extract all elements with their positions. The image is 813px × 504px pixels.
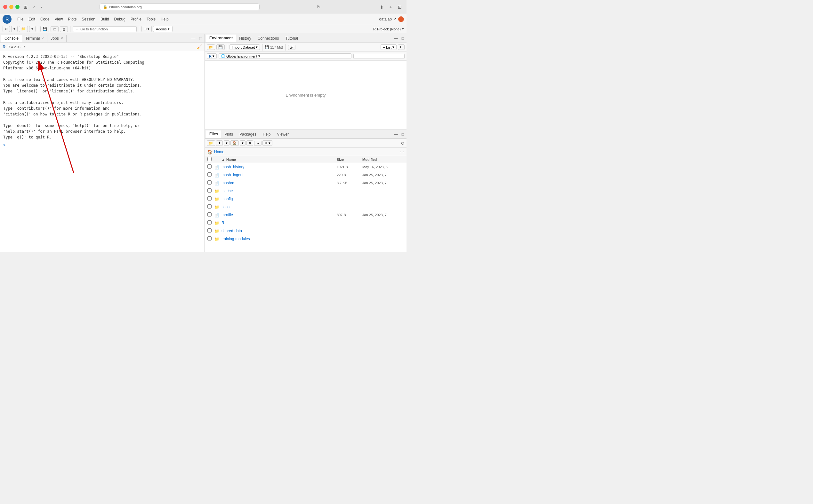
new-folder-button[interactable]: 📁 — [207, 140, 215, 146]
cleanup-button[interactable]: 🖊 — [288, 45, 296, 50]
chunk-button[interactable]: ⊞ ▾ — [141, 26, 152, 32]
file-select-checkbox[interactable] — [208, 212, 212, 217]
env-maximize-button[interactable]: □ — [400, 36, 405, 41]
tab-help[interactable]: Help — [260, 131, 274, 138]
address-bar[interactable]: 🔒 rstudio.ccdatalab.org — [99, 4, 260, 10]
tab-console[interactable]: Console — [1, 35, 22, 42]
save-workspace-button[interactable]: 💾 — [217, 44, 225, 50]
row-checkbox[interactable] — [208, 188, 214, 193]
print-button[interactable]: 🖨 — [60, 26, 68, 32]
list-view-button[interactable]: ≡ List ▾ — [381, 44, 397, 50]
open-file-button[interactable]: 📁 — [19, 26, 28, 32]
file-select-checkbox[interactable] — [208, 204, 212, 209]
menu-view[interactable]: View — [52, 16, 66, 23]
env-refresh-button[interactable]: ↻ — [398, 44, 405, 50]
row-checkbox[interactable] — [208, 196, 214, 201]
menu-debug[interactable]: Debug — [112, 16, 128, 23]
path-more-button[interactable]: ⋯ — [400, 150, 404, 154]
tab-packages[interactable]: Packages — [236, 131, 260, 138]
tab-terminal-close[interactable]: ✕ — [41, 36, 44, 40]
files-dropdown-1[interactable]: ▾ — [224, 140, 230, 146]
file-name[interactable]: training-modules — [222, 237, 337, 241]
file-name[interactable]: shared-data — [222, 229, 337, 233]
tab-plots[interactable]: Plots — [221, 131, 236, 138]
file-select-checkbox[interactable] — [208, 172, 212, 177]
row-checkbox[interactable] — [208, 172, 214, 177]
row-checkbox[interactable] — [208, 220, 214, 225]
addins-button[interactable]: Addins ▾ — [153, 26, 172, 32]
row-checkbox[interactable] — [208, 236, 214, 241]
files-home-button[interactable]: 🏠 — [231, 140, 239, 146]
menu-help[interactable]: Help — [158, 16, 171, 23]
new-tab-button[interactable]: + — [388, 4, 394, 10]
tab-jobs-close[interactable]: ✕ — [60, 36, 63, 40]
home-path-label[interactable]: Home — [214, 150, 225, 154]
env-minimize-button[interactable]: — — [393, 36, 399, 41]
back-button[interactable]: ‹ — [32, 4, 36, 10]
extensions-button[interactable]: ⊡ — [396, 4, 403, 10]
tab-terminal[interactable]: Terminal ✕ — [22, 35, 47, 42]
upload-file-button[interactable]: ⬆ — [216, 140, 223, 146]
file-name[interactable]: .bashrc — [222, 181, 337, 185]
menu-file[interactable]: File — [15, 16, 26, 23]
col-header-size[interactable]: Size — [337, 158, 362, 161]
row-checkbox[interactable] — [208, 204, 214, 209]
env-search-input[interactable] — [353, 54, 405, 59]
file-name[interactable]: R — [222, 221, 337, 225]
file-select-checkbox[interactable] — [208, 236, 212, 240]
import-dataset-button[interactable]: Import Dataset ▾ — [230, 44, 260, 50]
col-header-modified[interactable]: Modified — [362, 158, 404, 161]
files-dropdown-2[interactable]: ▾ — [240, 140, 246, 146]
save-button[interactable]: 💾 — [40, 26, 49, 32]
new-file-button[interactable]: ⊕ — [3, 26, 10, 32]
row-checkbox[interactable] — [208, 228, 214, 233]
menu-edit[interactable]: Edit — [26, 16, 38, 23]
r-environment-select[interactable]: R ▾ — [207, 53, 217, 59]
minimize-panel-button[interactable]: — — [190, 35, 197, 41]
file-name[interactable]: .bash_logout — [222, 173, 337, 177]
menu-build[interactable]: Build — [98, 16, 112, 23]
select-all-checkbox[interactable] — [208, 157, 212, 161]
files-refresh-button[interactable]: ↻ — [401, 141, 405, 146]
maximize-panel-button[interactable]: □ — [198, 35, 203, 41]
row-checkbox[interactable] — [208, 164, 214, 169]
menu-profile[interactable]: Profile — [128, 16, 144, 23]
file-name[interactable]: .config — [222, 197, 337, 201]
close-button[interactable] — [3, 5, 7, 9]
file-select-checkbox[interactable] — [208, 228, 212, 232]
menu-tools[interactable]: Tools — [144, 16, 158, 23]
file-select-checkbox[interactable] — [208, 220, 212, 224]
save-all-button[interactable]: 🗃 — [51, 26, 59, 32]
sidebar-toggle[interactable]: ⊞ — [22, 4, 29, 10]
tab-files[interactable]: Files — [206, 130, 221, 138]
files-settings-button[interactable]: ⚙ ▾ — [263, 140, 272, 146]
file-name[interactable]: .profile — [222, 213, 337, 217]
tab-tutorial[interactable]: Tutorial — [282, 35, 301, 42]
delete-button[interactable]: ✕ — [247, 140, 253, 146]
tab-viewer[interactable]: Viewer — [274, 131, 292, 138]
new-file-dropdown[interactable]: ▾ — [11, 26, 18, 32]
files-maximize-button[interactable]: □ — [400, 132, 405, 137]
file-name[interactable]: .local — [222, 205, 337, 209]
global-env-select[interactable]: 🌐 Global Environment ▾ — [219, 53, 351, 59]
menu-plots[interactable]: Plots — [66, 16, 79, 23]
file-name[interactable]: .bash_history — [222, 165, 337, 169]
rename-button[interactable]: → — [254, 141, 262, 146]
open-file-dropdown[interactable]: ▾ — [29, 26, 35, 32]
tab-history[interactable]: History — [236, 35, 254, 42]
menu-code[interactable]: Code — [38, 16, 52, 23]
tab-jobs[interactable]: Jobs ✕ — [47, 35, 66, 42]
file-select-checkbox[interactable] — [208, 188, 212, 193]
reload-button[interactable]: ↻ — [315, 4, 322, 10]
menu-session[interactable]: Session — [79, 16, 98, 23]
minimize-button[interactable] — [9, 5, 13, 9]
console-clear-button[interactable]: 🧹 — [196, 44, 202, 50]
file-select-checkbox[interactable] — [208, 164, 212, 169]
row-checkbox[interactable] — [208, 212, 214, 217]
fullscreen-button[interactable] — [15, 5, 20, 9]
files-minimize-button[interactable]: — — [393, 132, 399, 137]
file-select-checkbox[interactable] — [208, 180, 212, 185]
row-checkbox[interactable] — [208, 180, 214, 185]
console-content[interactable]: R version 4.2.3 (2023-03-15) -- "Shortst… — [0, 51, 205, 252]
file-name[interactable]: .cache — [222, 189, 337, 193]
